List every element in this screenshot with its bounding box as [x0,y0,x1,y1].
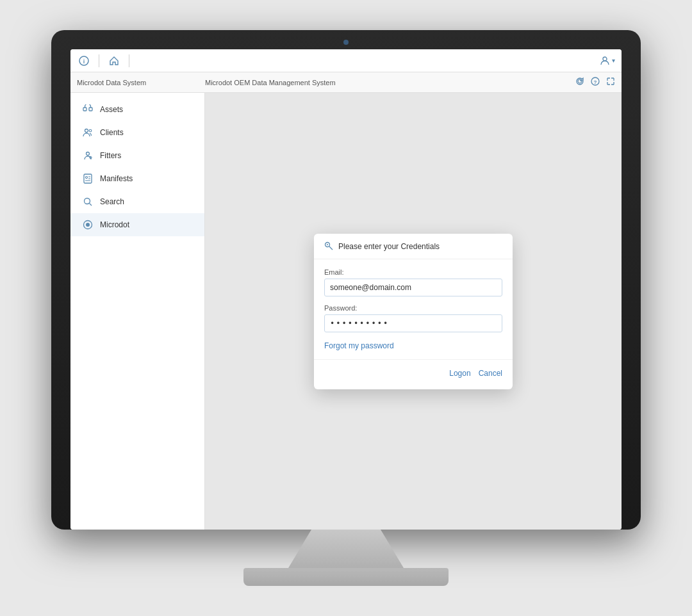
help-icon[interactable]: ? [591,77,600,88]
svg-point-12 [86,177,88,179]
secondary-actions: ? [575,77,615,88]
svg-rect-5 [83,108,86,111]
top-toolbar: i [70,49,622,72]
sidebar-item-clients[interactable]: Clients [70,121,204,144]
stand-base [243,568,449,586]
email-field[interactable] [324,279,502,296]
svg-point-9 [86,152,90,156]
expand-icon[interactable] [606,77,615,88]
toolbar-left: i [77,54,132,68]
svg-point-2 [603,57,607,61]
svg-rect-11 [84,174,92,183]
sidebar-item-manifests[interactable]: Manifests [70,167,204,190]
clients-icon [82,127,94,138]
dialog-title: Please enter your Credentials [338,242,440,251]
toolbar-divider-2 [129,54,129,67]
svg-point-15 [86,223,90,227]
toolbar-right: ▾ [600,56,615,66]
sidebar-item-search[interactable]: Search [70,190,204,213]
app-chrome: i [70,49,622,530]
password-label: Password: [324,304,502,312]
monitor-shell: i [51,30,641,530]
dialog-header: Please enter your Credentials [314,234,513,259]
login-dialog: Please enter your Credentials Email: Pas… [314,234,513,389]
svg-text:i: i [83,58,85,65]
svg-rect-6 [89,108,92,111]
user-menu-button[interactable]: ▾ [600,56,615,66]
assets-icon [82,104,94,115]
info-icon[interactable]: i [77,54,91,68]
monitor-stand [243,530,449,586]
svg-point-7 [85,129,88,133]
app-title-left: Microdot Data System [77,79,205,86]
home-icon[interactable] [107,54,121,68]
cancel-button[interactable]: Cancel [479,366,502,380]
microdot-icon [82,219,94,231]
assets-label: Assets [100,105,123,114]
dialog-body: Email: Password: Forgot my password [314,259,513,359]
toolbar-divider [99,54,99,67]
refresh-icon[interactable] [575,77,584,88]
secondary-toolbar: Microdot Data System Microdot OEM Data M… [70,72,622,93]
camera-dot [343,40,349,45]
microdot-label: Microdot [100,220,129,229]
clients-label: Clients [100,128,124,137]
sidebar-item-fitters[interactable]: Fitters [70,144,204,167]
fitters-label: Fitters [100,151,121,160]
screen: i [70,49,622,530]
sidebar: Assets Clients [70,93,205,530]
email-label: Email: [324,268,502,276]
stand-neck [288,530,404,568]
dialog-footer: Logon Cancel [314,359,513,389]
search-icon [82,196,94,207]
chevron-down-icon: ▾ [612,57,615,64]
logon-button[interactable]: Logon [449,366,470,380]
svg-point-17 [327,244,328,245]
search-label: Search [100,197,124,206]
password-field[interactable] [324,314,502,332]
svg-point-8 [89,129,92,132]
svg-text:?: ? [594,79,597,85]
app-title-center: Microdot OEM Data Management System [205,79,575,86]
manifests-icon [82,173,94,184]
content-area: Please enter your Credentials Email: Pas… [205,93,622,530]
fitters-icon [82,150,94,161]
sidebar-item-microdot[interactable]: Microdot [70,213,204,236]
modal-overlay: Please enter your Credentials Email: Pas… [205,93,622,530]
credentials-icon [324,241,333,252]
main-area: Assets Clients [70,93,622,530]
manifests-label: Manifests [100,174,133,183]
sidebar-item-assets[interactable]: Assets [70,98,204,121]
svg-point-13 [85,199,90,204]
forgot-password-link[interactable]: Forgot my password [324,341,502,350]
